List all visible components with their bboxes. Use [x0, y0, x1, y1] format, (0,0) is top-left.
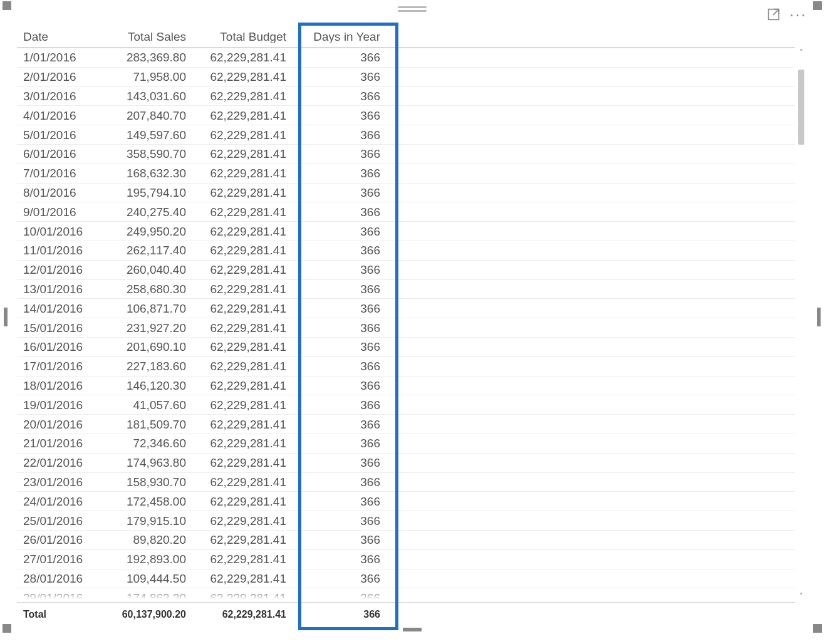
scroll-up-arrow-icon[interactable]: ˄ [797, 48, 805, 57]
cell-total-sales: 72,346.60 [98, 437, 192, 449]
more-options-icon[interactable]: ··· [789, 9, 807, 20]
table-visual[interactable]: ··· Date Total Sales Total Budget Days i… [5, 4, 819, 630]
cell-days-in-year: 366 [293, 90, 387, 102]
cell-total-sales: 174,963.80 [98, 457, 192, 469]
cell-total-budget: 62,229,281.41 [192, 380, 293, 392]
col-header-days-in-year[interactable]: Days in Year [293, 31, 387, 43]
cell-date: 25/01/2016 [17, 515, 98, 527]
col-header-date[interactable]: Date [17, 31, 98, 43]
table-row[interactable]: 10/01/2016249,950.2062,229,281.41366 [17, 222, 795, 241]
cell-total-budget: 62,229,281.41 [192, 303, 293, 314]
cell-days-in-year: 366 [293, 399, 387, 411]
cell-total-budget: 62,229,281.41 [192, 457, 293, 469]
drag-grip-icon[interactable] [398, 6, 427, 14]
cell-total-sales: 179,915.10 [98, 515, 192, 527]
col-header-total-sales[interactable]: Total Sales [98, 31, 192, 43]
table-row[interactable]: 7/01/2016168,632.3062,229,281.41366 [17, 164, 795, 184]
cell-date: 28/01/2016 [17, 573, 98, 584]
cell-days-in-year: 366 [293, 51, 387, 63]
cell-total-sales: 240,275.40 [98, 206, 192, 218]
cell-days-in-year: 366 [293, 264, 387, 276]
cell-total-budget: 62,229,281.41 [192, 360, 293, 372]
table-row[interactable]: 25/01/2016179,915.1062,229,281.41366 [17, 511, 795, 531]
cell-total-budget: 62,229,281.41 [192, 71, 293, 83]
table-row[interactable]: 12/01/2016260,040.4062,229,281.41366 [17, 261, 795, 280]
cell-total-budget: 62,229,281.41 [192, 437, 293, 449]
table-row[interactable]: 4/01/2016207,840.7062,229,281.41366 [17, 106, 795, 125]
cell-date: 7/01/2016 [17, 167, 98, 179]
table-row[interactable]: 8/01/2016195,794.1062,229,281.41366 [17, 184, 795, 203]
total-label: Total [17, 609, 98, 620]
cell-total-sales: 109,444.50 [98, 573, 192, 584]
table-row[interactable]: 27/01/2016192,893.0062,229,281.41366 [17, 550, 795, 569]
cell-date: 2/01/2016 [17, 71, 98, 83]
cell-date: 10/01/2016 [17, 226, 98, 237]
cell-days-in-year: 366 [293, 553, 387, 565]
scroll-down-arrow-icon[interactable]: ˅ [797, 592, 805, 601]
resize-handle-top-right[interactable] [813, 1, 822, 10]
cell-total-budget: 62,229,281.41 [192, 148, 293, 160]
data-table: Date Total Sales Total Budget Days in Ye… [17, 26, 795, 608]
cell-date: 12/01/2016 [17, 264, 98, 276]
table-row[interactable]: 21/01/201672,346.6062,229,281.41366 [17, 434, 795, 454]
cell-total-budget: 62,229,281.41 [192, 322, 293, 334]
table-row[interactable]: 23/01/2016158,930.7062,229,281.41366 [17, 473, 795, 492]
cell-date: 22/01/2016 [17, 457, 98, 469]
cell-days-in-year: 366 [293, 418, 387, 430]
cell-total-sales: 249,950.20 [98, 226, 192, 237]
resize-handle-bottom-left[interactable] [3, 624, 11, 633]
resize-handle-right[interactable] [817, 308, 821, 326]
cell-total-sales: 195,794.10 [98, 187, 192, 199]
resize-handle-left[interactable] [4, 308, 8, 326]
cell-total-sales: 89,820.20 [98, 534, 192, 546]
table-row[interactable]: 16/01/2016201,690.1062,229,281.41366 [17, 338, 795, 357]
cell-date: 24/01/2016 [17, 496, 98, 507]
table-row[interactable]: 11/01/2016262,117.4062,229,281.41366 [17, 241, 795, 261]
table-row[interactable]: 3/01/2016143,031.6062,229,281.41366 [17, 87, 795, 106]
table-row[interactable]: 20/01/2016181,509.7062,229,281.41366 [17, 415, 795, 434]
cell-total-budget: 62,229,281.41 [192, 553, 293, 565]
cell-total-sales: 207,840.70 [98, 110, 192, 122]
vertical-scrollbar[interactable]: ˄ ˅ [797, 48, 805, 601]
resize-handle-bottom-right[interactable] [813, 624, 822, 633]
table-row[interactable]: 9/01/2016240,275.4062,229,281.41366 [17, 202, 795, 222]
cell-total-budget: 62,229,281.41 [192, 206, 293, 218]
cell-days-in-year: 366 [293, 244, 387, 256]
table-row[interactable]: 1/01/2016283,369.8062,229,281.41366 [17, 48, 795, 68]
cell-date: 16/01/2016 [17, 341, 98, 353]
scrollbar-thumb[interactable] [798, 70, 804, 145]
cell-days-in-year: 366 [293, 437, 387, 449]
table-row[interactable]: 28/01/2016109,444.5062,229,281.41366 [17, 569, 795, 589]
cell-date: 3/01/2016 [17, 90, 98, 102]
cell-days-in-year: 366 [293, 71, 387, 83]
cell-total-budget: 62,229,281.41 [192, 110, 293, 122]
cell-total-budget: 62,229,281.41 [192, 534, 293, 546]
cell-total-budget: 62,229,281.41 [192, 51, 293, 63]
cell-date: 4/01/2016 [17, 110, 98, 122]
table-row[interactable]: 15/01/2016231,927.2062,229,281.41366 [17, 318, 795, 338]
table-row[interactable]: 18/01/2016146,120.3062,229,281.41366 [17, 377, 795, 396]
cell-date: 11/01/2016 [17, 244, 98, 256]
cell-total-budget: 62,229,281.41 [192, 573, 293, 584]
table-row[interactable]: 5/01/2016149,597.6062,229,281.41366 [17, 125, 795, 145]
cell-days-in-year: 366 [293, 322, 387, 334]
cell-total-sales: 168,632.30 [98, 167, 192, 179]
cell-total-sales: 192,893.00 [98, 553, 192, 565]
col-header-total-budget[interactable]: Total Budget [192, 31, 293, 43]
cell-days-in-year: 366 [293, 457, 387, 469]
cell-total-budget: 62,229,281.41 [192, 129, 293, 141]
cell-date: 23/01/2016 [17, 476, 98, 488]
table-row[interactable]: 26/01/201689,820.2062,229,281.41366 [17, 531, 795, 550]
resize-handle-bottom[interactable] [403, 628, 422, 631]
table-row[interactable]: 24/01/2016172,458.0062,229,281.41366 [17, 492, 795, 511]
table-row[interactable]: 14/01/2016106,871.7062,229,281.41366 [17, 299, 795, 318]
table-row[interactable]: 2/01/201671,958.0062,229,281.41366 [17, 68, 795, 87]
resize-handle-top-left[interactable] [3, 1, 11, 10]
focus-mode-icon[interactable] [767, 8, 781, 21]
table-row[interactable]: 22/01/2016174,963.8062,229,281.41366 [17, 454, 795, 473]
table-row[interactable]: 17/01/2016227,183.6062,229,281.41366 [17, 357, 795, 377]
cell-total-budget: 62,229,281.41 [192, 244, 293, 256]
table-row[interactable]: 19/01/201641,057.6062,229,281.41366 [17, 395, 795, 415]
table-row[interactable]: 13/01/2016258,680.3062,229,281.41366 [17, 280, 795, 299]
table-row[interactable]: 6/01/2016358,590.7062,229,281.41366 [17, 145, 795, 164]
